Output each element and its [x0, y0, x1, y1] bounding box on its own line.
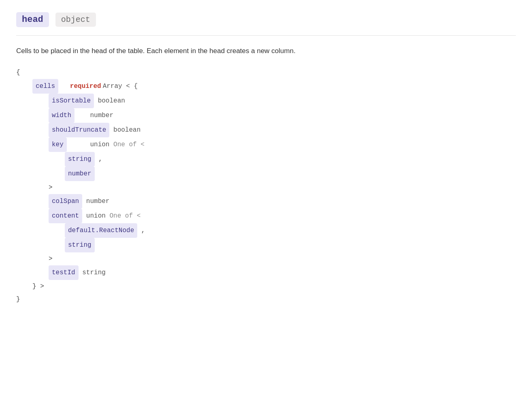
- code-block: { cells required Array < { isSortable bo…: [16, 66, 516, 306]
- code-key-close-row: >: [16, 181, 516, 194]
- code-width-row: width number: [16, 108, 516, 123]
- code-content-string-row: string: [16, 238, 516, 252]
- shouldTruncate-type: boolean: [113, 124, 140, 137]
- code-colSpan-row: colSpan number: [16, 194, 516, 209]
- key-close: >: [49, 181, 53, 194]
- cells-type: Array < {: [103, 80, 138, 93]
- code-testId-row: testId string: [16, 265, 516, 280]
- code-key-string-row: string ,: [16, 152, 516, 167]
- key-value-number: number: [65, 167, 95, 181]
- divider: [16, 35, 516, 36]
- array-close: } >: [32, 280, 44, 293]
- cells-name: cells: [32, 79, 58, 94]
- prop-type: object: [55, 13, 96, 27]
- code-isSortable-row: isSortable boolean: [16, 94, 516, 108]
- code-content-row: content union One of <: [16, 209, 516, 223]
- code-cells-row: cells required Array < {: [16, 79, 516, 94]
- shouldTruncate-name: shouldTruncate: [49, 123, 109, 137]
- content-oneof: One of <: [109, 209, 140, 222]
- testId-type: string: [82, 266, 106, 279]
- code-open-brace: {: [16, 66, 516, 79]
- key-name: key: [49, 137, 67, 152]
- prop-header: head object: [16, 12, 516, 27]
- width-name: width: [49, 108, 74, 123]
- content-value-reactnode: default.ReactNode: [65, 223, 137, 238]
- code-array-close-row: } >: [16, 280, 516, 293]
- code-close-brace: }: [16, 293, 516, 306]
- key-oneof: One of <: [113, 138, 145, 151]
- code-key-number-row: number: [16, 167, 516, 181]
- content-name: content: [49, 209, 82, 223]
- code-shouldTruncate-row: shouldTruncate boolean: [16, 123, 516, 137]
- code-content-reactnode-row: default.ReactNode ,: [16, 223, 516, 238]
- cells-required: required: [70, 80, 101, 93]
- width-type: number: [90, 109, 113, 122]
- code-key-row: key union One of <: [16, 137, 516, 152]
- close-brace: }: [16, 293, 20, 306]
- colSpan-name: colSpan: [49, 194, 82, 209]
- prop-description: Cells to be placed in the head of the ta…: [16, 45, 516, 56]
- colSpan-type: number: [86, 195, 110, 208]
- key-type: union: [90, 138, 109, 151]
- code-content-close-row: >: [16, 252, 516, 265]
- isSortable-type: boolean: [98, 94, 125, 107]
- content-close: >: [49, 252, 53, 265]
- prop-name: head: [16, 12, 49, 27]
- isSortable-name: isSortable: [49, 94, 94, 108]
- content-type: union: [86, 209, 106, 222]
- testId-name: testId: [49, 265, 79, 280]
- content-value-string: string: [65, 238, 95, 252]
- open-brace: {: [16, 66, 20, 79]
- key-value-string: string: [65, 152, 95, 167]
